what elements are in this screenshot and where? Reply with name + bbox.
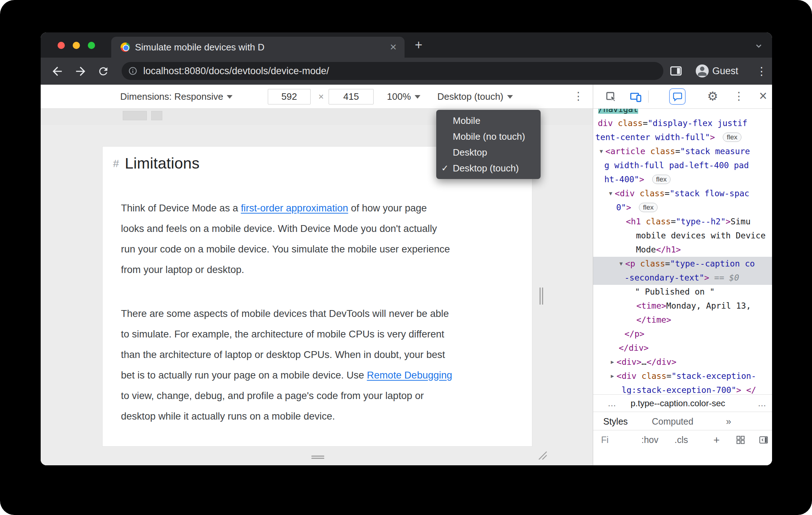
dom-tree-line[interactable]: g width-full pad-left-400 pad <box>593 158 772 173</box>
viewport-resize-handle-right[interactable] <box>539 287 544 305</box>
breadcrumb-overflow-right[interactable]: … <box>758 395 766 412</box>
toggle-class-button[interactable]: .cls <box>675 430 688 449</box>
menu-item-label: Mobile (no touch) <box>453 131 525 142</box>
code-segment: than the architecture of laptop or deskt… <box>121 349 445 360</box>
dock-sidebar-icon[interactable] <box>759 435 768 445</box>
inspect-icon[interactable] <box>605 91 617 103</box>
devtools-close-icon[interactable]: × <box>756 85 770 109</box>
dom-tree-line[interactable]: </div> <box>593 341 772 355</box>
dom-tree-line[interactable]: </p> <box>593 327 772 341</box>
dimension-separator: × <box>313 85 329 109</box>
guest-avatar[interactable] <box>696 64 709 77</box>
paragraph: There are some aspects of mobile devices… <box>121 303 452 426</box>
dom-tree-line[interactable]: tent-center width-full"> flex <box>593 130 772 144</box>
new-style-rule-button[interactable]: + <box>713 430 720 449</box>
text-line: from your laptop or desktop. <box>121 259 452 280</box>
tab-close-icon[interactable]: × <box>390 37 397 58</box>
tab-styles[interactable]: Styles <box>603 412 628 431</box>
dropdown-arrow-icon <box>507 95 513 99</box>
code-segment: > <box>710 133 715 142</box>
flex-badge[interactable]: flex <box>723 133 741 142</box>
reload-icon[interactable] <box>97 65 109 77</box>
tab-title: Simulate mobile devices with D <box>135 37 265 58</box>
code-segment <box>635 189 640 198</box>
breadcrumb-overflow-left[interactable]: … <box>608 395 616 412</box>
device-type-dropdown[interactable]: Desktop (touch) <box>437 85 513 109</box>
text-link[interactable]: first-order approximation <box>241 202 348 214</box>
viewport-resize-handle-corner[interactable] <box>538 451 547 460</box>
site-info-icon[interactable] <box>128 66 137 76</box>
code-segment: = <box>643 118 648 128</box>
window-close-button[interactable] <box>58 42 65 49</box>
toggle-hover-state-button[interactable]: :hov <box>641 430 658 449</box>
code-segment: ▼ <box>609 187 612 201</box>
browser-menu-icon[interactable]: ⋮ <box>756 58 767 85</box>
breadcrumb-selected-node[interactable]: p.type--caption.color-sec <box>631 395 725 412</box>
dom-tree-line[interactable]: <h1 class="type--h2">Simu <box>593 215 772 229</box>
code-segment: == <box>714 273 724 282</box>
dom-tree-line[interactable]: ▼<div class="stack flow-spac <box>593 187 772 201</box>
code-segment: </time> <box>636 315 671 324</box>
device-mode-toolbar: Dimensions: Responsive × 100% Desktop (t… <box>41 85 593 109</box>
paragraph: Think of Device Mode as a first-order ap… <box>121 198 452 280</box>
dropdown-arrow-icon <box>227 95 233 99</box>
dom-tree-line[interactable]: /navigat <box>593 109 772 116</box>
device-toolbar-options-icon[interactable]: ⋮ <box>570 85 586 109</box>
code-segment: ht-400" <box>604 175 639 184</box>
text-link[interactable]: Remote Debugging <box>367 370 452 381</box>
dom-tree-line[interactable]: lg:stack-exception-700"> </ <box>593 383 772 394</box>
zoom-dropdown[interactable]: 100% <box>387 85 420 109</box>
address-bar[interactable]: localhost:8080/docs/devtools/device-mode… <box>122 62 663 80</box>
settings-gear-icon[interactable]: ⚙ <box>705 85 720 109</box>
device-height-input[interactable] <box>329 89 374 104</box>
devtools-menu-icon[interactable]: ⋮ <box>734 85 744 109</box>
device-menu-item[interactable]: ✓Desktop (touch) <box>436 160 541 176</box>
back-arrow-icon[interactable] <box>50 64 64 78</box>
chrome-logo-icon <box>121 42 130 52</box>
dom-tree-line[interactable]: </time> <box>593 313 772 327</box>
device-menu-item[interactable]: Mobile <box>436 113 541 129</box>
dom-tree-line[interactable]: <time>Monday, April 13, <box>593 299 772 313</box>
menu-item-label: Desktop (touch) <box>453 163 519 174</box>
page-heading: Limitations <box>125 154 200 172</box>
feedback-button[interactable] <box>669 88 686 105</box>
heading-anchor[interactable]: # <box>113 157 119 170</box>
code-segment: "stack flow-spac <box>669 189 749 198</box>
dom-tree-line[interactable]: ▶<div>…</div> <box>593 355 772 369</box>
dom-tree-line[interactable]: Mode</h1> <box>593 243 772 257</box>
code-segment: ▼ <box>600 144 603 158</box>
dom-tree-line[interactable]: ▶<div class="stack-exception- <box>593 369 772 383</box>
flex-badge[interactable]: flex <box>652 175 671 184</box>
viewport-resize-handle-bottom[interactable] <box>311 455 324 459</box>
dom-tree-line[interactable]: 0"> flex <box>593 201 772 215</box>
chevron-down-icon[interactable] <box>753 40 764 51</box>
styles-filter-input[interactable]: Fi <box>601 430 609 449</box>
dom-tree-line[interactable]: div class="display-flex justif <box>593 116 772 130</box>
new-tab-button[interactable]: + <box>411 37 427 53</box>
dom-tree-line[interactable]: -secondary-text"> == $0 <box>593 271 772 285</box>
code-segment: run your code on a mobile device. You si… <box>121 243 450 255</box>
side-panel-icon[interactable] <box>669 64 682 77</box>
styles-toolbar: Fi :hov .cls + <box>593 430 772 449</box>
flex-badge[interactable]: flex <box>639 203 658 212</box>
device-width-input[interactable] <box>268 89 311 104</box>
forward-arrow-icon[interactable] <box>74 64 87 78</box>
device-menu-item[interactable]: Mobile (no touch) <box>436 129 541 144</box>
window-zoom-button[interactable] <box>88 42 95 49</box>
sidebar-tabs-overflow-icon[interactable]: » <box>726 412 731 431</box>
window-minimize-button[interactable] <box>73 42 80 49</box>
dom-tree-line[interactable]: mobile devices with Device <box>593 229 772 243</box>
device-menu-item[interactable]: Desktop <box>436 144 541 160</box>
text-line: to view, change, debug, and profile a pa… <box>121 385 452 406</box>
browser-tab[interactable]: Simulate mobile devices with D × <box>111 37 405 58</box>
device-dimensions-dropdown[interactable]: Dimensions: Responsive <box>120 85 233 109</box>
dom-tree-line[interactable]: ▼<p class="type--caption co <box>593 257 772 271</box>
rendering-grid-icon[interactable] <box>736 435 745 445</box>
breadcrumb-bar: … p.type--caption.color-sec … <box>593 394 772 412</box>
tab-computed[interactable]: Computed <box>652 412 693 431</box>
dom-tree-line[interactable]: ht-400"> flex <box>593 173 772 187</box>
dom-tree-line[interactable]: " Published on " <box>593 285 772 299</box>
code-segment: Monday, April 13, <box>666 301 751 310</box>
device-toolbar-icon[interactable] <box>630 91 642 103</box>
dom-tree-line[interactable]: ▼<article class="stack measure <box>593 144 772 158</box>
